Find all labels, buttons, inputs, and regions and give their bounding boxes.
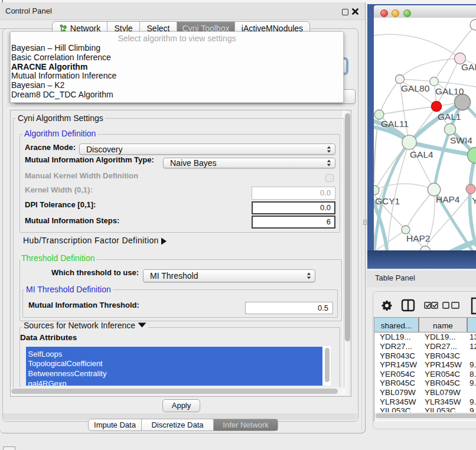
svg-text:GAL11: GAL11: [381, 119, 409, 129]
svg-text:GAL1: GAL1: [438, 112, 461, 122]
svg-text:Y: Y: [472, 195, 476, 206]
svg-text:GAL80: GAL80: [401, 83, 430, 93]
svg-text:GAL4: GAL4: [410, 149, 433, 159]
svg-text:GAL7: GAL7: [461, 62, 476, 72]
svg-text:GAL10: GAL10: [435, 86, 464, 96]
svg-text:HAP4: HAP4: [436, 194, 460, 204]
svg-text:GCY1: GCY1: [375, 196, 400, 206]
svg-text:HAP2: HAP2: [406, 233, 431, 243]
svg-text:SWI4: SWI4: [450, 135, 472, 145]
